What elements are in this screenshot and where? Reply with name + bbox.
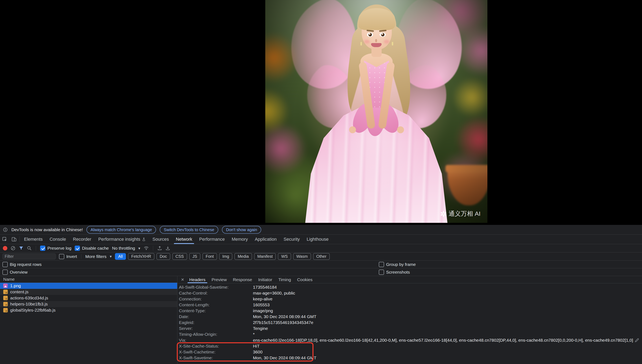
header-name: Via:	[179, 338, 253, 343]
tab-lighthouse[interactable]: Lighthouse	[303, 234, 332, 244]
checkbox-unchecked[interactable]	[59, 254, 64, 259]
fairy-image: 通义万相 AI	[265, 0, 487, 223]
tab-performance-insights[interactable]: Performance insights	[95, 234, 149, 244]
chip-other[interactable]: Other	[313, 253, 330, 260]
tab-memory[interactable]: Memory	[228, 234, 251, 244]
throttling-select[interactable]: No throttling	[112, 246, 140, 251]
tab-headers[interactable]: Headers	[186, 276, 208, 283]
filter-funnel-icon[interactable]	[19, 246, 24, 251]
tab-elements[interactable]: Elements	[21, 234, 46, 244]
search-icon[interactable]	[27, 246, 32, 251]
header-value: ens-cache60.l2eo166-18[DP,18,0], ens-cac…	[253, 338, 633, 343]
invert-label: Invert	[66, 254, 77, 259]
header-row: Date: Mon, 30 Dec 2024 08:09:44 GMT	[177, 314, 642, 320]
chip-js[interactable]: JS	[189, 253, 200, 260]
response-headers-list: Ali-Swift-Global-Savetime: 1735546184 Ca…	[177, 283, 642, 361]
tab-application[interactable]: Application	[251, 234, 280, 244]
inspect-element-icon[interactable]	[0, 234, 9, 244]
devtools-panel: DevTools is now available in Chinese! Al…	[0, 225, 642, 364]
tab-sources[interactable]: Sources	[149, 234, 172, 244]
throttling-value: No throttling	[112, 246, 135, 251]
switch-devtools-chinese-button[interactable]: Switch DevTools to Chinese	[160, 226, 218, 234]
request-name: globalStyles-22fbf6ab.js	[10, 308, 56, 312]
checkbox-unchecked[interactable]	[379, 270, 384, 275]
fairy-blush	[384, 40, 389, 44]
header-value: keep-alive	[253, 296, 642, 302]
header-name: Connection:	[179, 296, 253, 302]
header-value: image/png	[253, 308, 642, 313]
device-toolbar-icon[interactable]	[9, 234, 19, 244]
group-by-frame-checkbox[interactable]: Group by frame	[379, 262, 416, 267]
edit-header-icon[interactable]	[635, 338, 639, 342]
header-row: Via: ens-cache60.l2eo166-18[DP,18,0], en…	[177, 337, 642, 343]
tab-recorder[interactable]: Recorder	[69, 234, 95, 244]
tab-network[interactable]: Network	[172, 234, 196, 244]
tab-timing[interactable]: Timing	[275, 276, 294, 283]
header-row: Content-Length: 1605553	[177, 302, 642, 308]
chip-fetch-xhr[interactable]: Fetch/XHR	[128, 253, 154, 260]
close-icon[interactable]	[179, 276, 186, 283]
tab-response[interactable]: Response	[230, 276, 255, 283]
checkbox-unchecked[interactable]	[379, 262, 384, 267]
details-tabbar: Headers Preview Response Initiator Timin…	[177, 276, 642, 283]
match-chrome-language-button[interactable]: Always match Chrome's language	[86, 226, 156, 234]
request-row[interactable]: globalStyles-22fbf6ab.js	[0, 307, 177, 313]
checkbox-checked[interactable]	[75, 246, 80, 251]
script-file-icon	[3, 290, 8, 294]
tab-performance[interactable]: Performance	[196, 234, 228, 244]
tab-console[interactable]: Console	[46, 234, 70, 244]
tab-preview[interactable]: Preview	[208, 276, 230, 283]
chip-doc[interactable]: Doc	[156, 253, 170, 260]
overview-checkbox[interactable]: Overview	[3, 270, 28, 275]
network-conditions-icon[interactable]	[144, 246, 149, 251]
chip-css[interactable]: CSS	[172, 253, 187, 260]
checkbox-unchecked[interactable]	[3, 262, 8, 267]
fairy-earring	[360, 42, 362, 46]
tab-initiator[interactable]: Initiator	[255, 276, 275, 283]
chip-ws[interactable]: WS	[278, 253, 291, 260]
header-name: Server:	[179, 326, 253, 331]
chip-all[interactable]: All	[115, 253, 126, 260]
invert-checkbox[interactable]: Invert	[59, 254, 77, 259]
header-row-highlighted: X-Site-Cache-Status: HiT	[177, 343, 642, 349]
import-har-icon[interactable]	[157, 246, 162, 251]
chip-img[interactable]: Img	[219, 253, 232, 260]
disable-cache-checkbox[interactable]: Disable cache	[75, 246, 109, 251]
fairy-eye	[380, 32, 386, 37]
clear-icon[interactable]	[11, 246, 16, 251]
header-value: Mon, 30 Dec 2024 08:09:44 GMT	[253, 314, 642, 319]
header-name: Cache-Control:	[179, 291, 253, 296]
screenshots-checkbox[interactable]: Screenshots	[379, 270, 410, 275]
divider	[36, 246, 36, 251]
tab-cookies[interactable]: Cookies	[294, 276, 316, 283]
request-row[interactable]: 1.png	[0, 283, 177, 289]
preserve-log-label: Preserve log	[47, 246, 71, 251]
request-row[interactable]: actions-639cd34d.js	[0, 295, 177, 301]
filter-input[interactable]	[3, 254, 56, 260]
preserve-log-checkbox[interactable]: Preserve log	[40, 246, 71, 251]
fairy-hand-right	[397, 126, 404, 133]
header-value: *	[253, 332, 642, 337]
header-value: max-age=3600, public	[253, 291, 642, 296]
header-row: Eagleid: 2f7b15c517355461934345347e	[177, 320, 642, 326]
chip-font[interactable]: Font	[202, 253, 217, 260]
name-column-header[interactable]: Name	[0, 276, 177, 283]
header-name: Timing-Allow-Origin:	[179, 332, 253, 337]
checkbox-unchecked[interactable]	[3, 270, 8, 275]
dont-show-again-button[interactable]: Don't show again	[222, 226, 261, 234]
webpage-viewport: 通义万相 AI	[0, 0, 642, 225]
big-request-rows-checkbox[interactable]: Big request rows	[3, 262, 42, 267]
checkbox-checked[interactable]	[40, 246, 45, 251]
chip-manifest[interactable]: Manifest	[254, 253, 276, 260]
script-file-icon	[3, 296, 8, 300]
chip-media[interactable]: Media	[234, 253, 252, 260]
chip-wasm[interactable]: Wasm	[293, 253, 311, 260]
request-row[interactable]: content.js	[0, 289, 177, 295]
record-button[interactable]	[3, 246, 7, 250]
more-filters-dropdown[interactable]: More filters	[85, 254, 112, 259]
header-value: Mon, 30 Dec 2024 08:09:44 GMT	[253, 356, 642, 360]
request-row[interactable]: helpers-10be1fb3.js	[0, 301, 177, 307]
export-har-icon[interactable]	[165, 246, 170, 251]
image-file-icon	[3, 284, 8, 288]
tab-security[interactable]: Security	[280, 234, 303, 244]
